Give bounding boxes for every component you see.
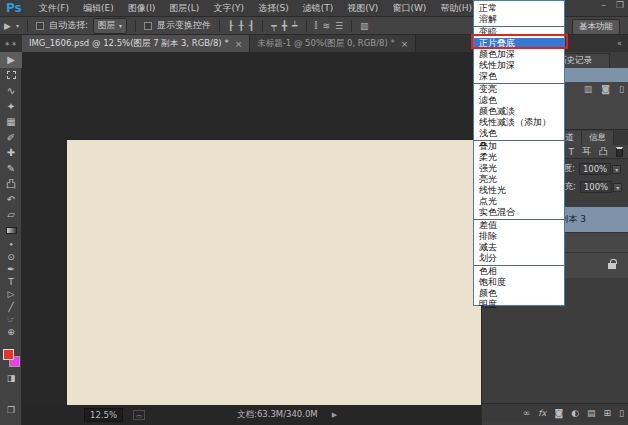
fill-value-field[interactable]: 100%	[580, 181, 612, 193]
filter-toggle-switch[interactable]	[616, 147, 623, 157]
blend-mode-item[interactable]: 溶解	[474, 14, 564, 25]
filter-type-icon[interactable]: T	[569, 147, 575, 157]
layer-mask-icon[interactable]: ◙	[554, 408, 563, 418]
auto-select-checkbox[interactable]	[36, 22, 44, 30]
filter-smart-object-icon[interactable]: 凸	[599, 145, 608, 158]
menu-image[interactable]: 图像(I)	[121, 2, 163, 15]
new-group-folder-icon[interactable]: ▤	[587, 408, 596, 418]
filter-shape-icon[interactable]: 耳	[582, 145, 591, 158]
status-expand-arrow-icon[interactable]: ▶	[332, 411, 337, 419]
menu-view[interactable]: 视图(V)	[340, 2, 385, 15]
distribute-horizontal-icon[interactable]: ☰	[335, 21, 343, 31]
opacity-value-field[interactable]: 100%	[579, 163, 611, 175]
delete-layer-trash-icon[interactable]: ▯	[619, 408, 624, 418]
eraser-tool[interactable]: ▱	[0, 207, 22, 223]
marquee-tool[interactable]	[0, 68, 22, 84]
blend-mode-item[interactable]: 浅色	[474, 128, 564, 139]
dodge-tool[interactable]: ⊙	[0, 251, 22, 264]
panel-collapse-icon[interactable]: «	[617, 39, 622, 48]
blend-mode-item[interactable]: 减去	[474, 242, 564, 253]
blend-mode-item[interactable]: 饱和度	[474, 277, 564, 288]
distribute-centers-icon[interactable]: ≋	[322, 21, 330, 31]
layer-style-fx-icon[interactable]: fx	[538, 408, 546, 418]
restore-button[interactable]: ❐	[616, 0, 624, 10]
blend-mode-item[interactable]: 点光	[474, 196, 564, 207]
blend-mode-item[interactable]: 叠加	[474, 141, 564, 152]
auto-align-layers-icon[interactable]: ▥	[360, 21, 369, 31]
auto-select-dropdown[interactable]: 图层 ▾	[93, 18, 127, 34]
document-tab-active[interactable]: IMG_1606.psd @ 12.5%(图层 7 副本 3, RGB/8) *…	[22, 35, 250, 52]
healing-brush-tool[interactable]: ✚	[0, 145, 22, 161]
close-icon[interactable]: ×	[235, 39, 243, 49]
blend-mode-item[interactable]: 实色混合	[474, 207, 564, 218]
blend-mode-item[interactable]: 柔光	[474, 152, 564, 163]
pen-tool[interactable]: ✒	[0, 263, 22, 276]
align-left-edges-icon[interactable]: ┠	[228, 21, 233, 31]
link-layers-icon[interactable]: ∞	[523, 408, 531, 418]
align-top-edges-icon[interactable]: ┯	[271, 21, 276, 31]
type-tool[interactable]: T	[0, 276, 22, 289]
blend-mode-item[interactable]: 明度	[474, 299, 564, 310]
blend-mode-item[interactable]: 变亮	[474, 84, 564, 95]
lasso-tool[interactable]: ∿	[0, 83, 22, 99]
path-selection-tool[interactable]: ▷	[0, 288, 22, 301]
align-right-edges-icon[interactable]: ┨	[249, 21, 254, 31]
history-brush-tool[interactable]: ↶	[0, 192, 22, 208]
blend-mode-item[interactable]: 差值	[474, 220, 564, 231]
close-icon[interactable]: ×	[401, 39, 409, 49]
adjustment-layer-icon[interactable]: ◐	[571, 408, 579, 418]
foreground-color-swatch[interactable]	[3, 349, 14, 360]
blend-mode-item[interactable]: 排除	[474, 231, 564, 242]
zoom-level-field[interactable]: 12.5%	[84, 408, 123, 422]
align-horizontal-centers-icon[interactable]: ╂	[238, 21, 243, 31]
blend-mode-item[interactable]: 颜色	[474, 288, 564, 299]
distribute-vertical-icon[interactable]: ⫿	[315, 20, 318, 31]
show-transform-checkbox[interactable]	[144, 22, 152, 30]
menu-edit[interactable]: 编辑(E)	[76, 2, 121, 15]
camera-snapshot-icon[interactable]: ◙	[601, 84, 610, 94]
clone-stamp-tool[interactable]: 凸	[0, 176, 22, 192]
move-tool-preset-icon[interactable]: ▶	[4, 21, 11, 31]
crop-tool[interactable]: ▦	[0, 114, 22, 130]
blend-mode-item[interactable]: 划分	[474, 253, 564, 264]
blend-mode-item[interactable]: 颜色加深	[474, 49, 564, 60]
blend-mode-item[interactable]: 滤色	[474, 95, 564, 106]
blend-mode-item[interactable]: 颜色减淡	[474, 106, 564, 117]
trash-icon[interactable]: ▯	[619, 84, 624, 94]
brush-tool[interactable]: ✎	[0, 161, 22, 177]
line-tool[interactable]: ╱	[0, 301, 22, 314]
canvas-work-area[interactable]	[22, 52, 481, 405]
toolbar-collapse-icon[interactable]: ∗∗	[0, 40, 22, 52]
menu-filter[interactable]: 滤镜(T)	[296, 2, 341, 15]
hand-tool[interactable]: ☞	[0, 313, 22, 326]
blend-mode-item[interactable]: 线性光	[474, 185, 564, 196]
menu-layer[interactable]: 图层(L)	[162, 2, 206, 15]
blend-mode-item[interactable]: 深色	[474, 71, 564, 82]
menu-window[interactable]: 窗口(W)	[385, 2, 433, 15]
new-layer-icon[interactable]: ⊞	[604, 408, 612, 418]
fill-dropdown-arrow-icon[interactable]: ▾	[613, 183, 622, 192]
blend-mode-item[interactable]: 线性加深	[474, 60, 564, 71]
new-document-from-state-icon[interactable]: ▥	[584, 84, 593, 94]
align-vertical-centers-icon[interactable]: ╋	[282, 21, 287, 31]
blend-mode-item[interactable]: 色相	[474, 266, 564, 277]
screen-mode-button[interactable]: ❐	[0, 404, 22, 417]
blend-mode-item[interactable]: 正常	[474, 3, 564, 14]
quick-selection-tool[interactable]: ✦	[0, 99, 22, 115]
quick-mask-button[interactable]: ◨	[0, 372, 22, 385]
document-tab-inactive[interactable]: 未标题-1 @ 50%(图层 0, RGB/8) * ×	[250, 35, 416, 52]
align-bottom-edges-icon[interactable]: ┷	[292, 21, 297, 31]
menu-type[interactable]: 文字(Y)	[206, 2, 251, 15]
gradient-tool[interactable]	[0, 223, 22, 239]
blend-mode-item[interactable]: 线性减淡（添加）	[474, 117, 564, 128]
workspace-button[interactable]: 基本功能	[572, 19, 620, 35]
eyedropper-tool[interactable]: ✐	[0, 130, 22, 146]
blend-mode-item[interactable]: 强光	[474, 163, 564, 174]
tab-info[interactable]: 信息	[582, 131, 614, 145]
blur-tool[interactable]: ⬩	[0, 238, 22, 251]
blend-mode-item[interactable]: 亮光	[474, 174, 564, 185]
move-tool[interactable]: ▶	[0, 52, 22, 68]
menu-file[interactable]: 文件(F)	[32, 2, 76, 15]
tool-preset-arrow-icon[interactable]: ▾	[16, 22, 19, 29]
minimize-button[interactable]: –	[601, 0, 606, 10]
